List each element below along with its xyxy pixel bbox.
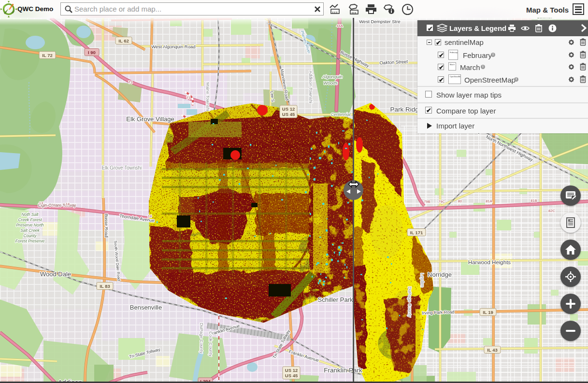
svg-text:IL 62: IL 62: [118, 38, 129, 43]
svg-text:DuPage County: DuPage County: [199, 323, 204, 354]
svg-text:Creek Forest: Creek Forest: [18, 217, 42, 222]
svg-text:79C: 79C: [438, 199, 445, 204]
svg-text:Leyden: Leyden: [420, 273, 425, 287]
svg-text:Salt Creek: Salt Creek: [20, 228, 40, 233]
svg-text:14: 14: [148, 214, 152, 218]
svg-text:US 45: US 45: [285, 373, 298, 378]
svg-text:Centennial: Centennial: [331, 112, 351, 117]
svg-text:13: 13: [39, 201, 43, 205]
svg-text:US 45: US 45: [282, 112, 295, 117]
svg-text:Franklin Park: Franklin Park: [324, 367, 362, 374]
svg-text:IL 83: IL 83: [100, 284, 110, 289]
svg-text:Elk Grove Townshi: Elk Grove Townshi: [102, 165, 142, 170]
svg-text:US 12: US 12: [282, 106, 295, 112]
svg-text:Wood Dale: Wood Dale: [40, 270, 71, 278]
svg-text:44A: 44A: [336, 24, 343, 28]
svg-text:Preserve North: Preserve North: [16, 223, 43, 227]
svg-text:County: County: [24, 233, 37, 238]
svg-text:IL 72: IL 72: [42, 53, 52, 58]
svg-text:73: 73: [129, 80, 132, 85]
svg-text:West Algonquin Road: West Algonquin Road: [151, 44, 195, 49]
svg-text:I 90: I 90: [88, 50, 96, 55]
svg-text:IL 43: IL 43: [487, 347, 497, 353]
svg-text:West Dempster Stre: West Dempster Stre: [359, 19, 400, 24]
svg-text:Schiller Park: Schiller Park: [318, 296, 353, 303]
svg-text:Forest Preserve: Forest Preserve: [15, 239, 45, 243]
svg-text:79B: 79B: [424, 199, 430, 204]
svg-text:80: 80: [458, 199, 462, 203]
svg-text:Norridge: Norridge: [428, 271, 452, 278]
svg-text:Cook County: Cook County: [208, 331, 213, 357]
svg-text:14: 14: [66, 202, 70, 206]
svg-text:Elk Grove Village: Elk Grove Village: [126, 115, 174, 123]
svg-text:Maine Townshi: Maine Townshi: [205, 82, 210, 111]
svg-text:Woods: Woods: [323, 80, 338, 85]
svg-text:Lee S: Lee S: [270, 91, 275, 102]
svg-text:Noth Salt: Noth Salt: [22, 212, 39, 217]
svg-text:Algonquin: Algonquin: [322, 74, 343, 79]
svg-text:US 12: US 12: [285, 368, 298, 373]
svg-text:Busse Road: Busse Road: [104, 213, 109, 237]
svg-text:81A: 81A: [486, 199, 492, 203]
svg-text:Harwood Heights: Harwood Heights: [468, 259, 511, 265]
svg-text:DuPage County: DuPage County: [407, 286, 412, 317]
svg-text:IL 171: IL 171: [410, 230, 423, 235]
svg-text:73: 73: [186, 96, 190, 100]
svg-text:Bensenville: Bensenville: [130, 304, 162, 311]
svg-text:81B: 81B: [531, 199, 537, 203]
svg-text:82C: 82C: [548, 209, 555, 213]
svg-text:IL 19: IL 19: [483, 310, 493, 315]
svg-text:Elgin-O’Hare Tollway: Elgin-O’Hare Tollway: [38, 203, 76, 208]
svg-text:Addison Townshi: Addison Townshi: [308, 71, 313, 103]
